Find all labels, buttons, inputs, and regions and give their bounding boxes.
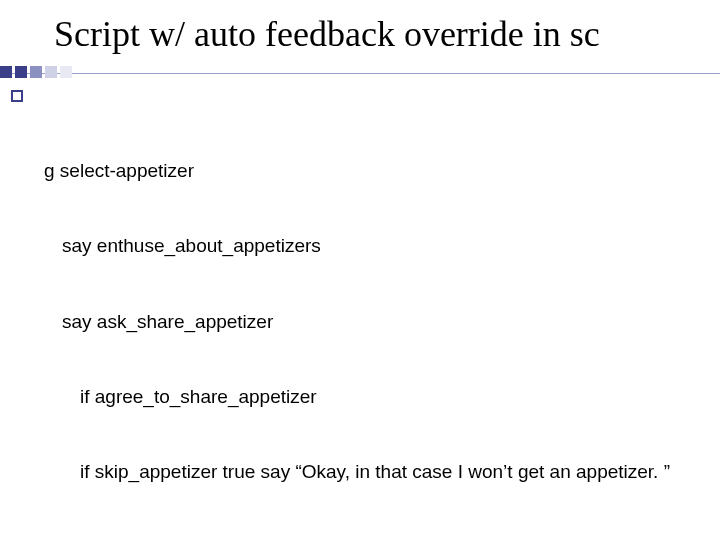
ornament-square: [15, 66, 27, 78]
script-line: if skip_appetizer true say “Okay, in tha…: [44, 459, 696, 484]
ornament-square: [60, 66, 72, 78]
slide-title: Script w/ auto feedback override in sc: [54, 14, 700, 55]
divider-ornament: [0, 66, 72, 78]
ornament-square: [30, 66, 42, 78]
ornament-square: [0, 66, 12, 78]
script-line: say enthuse_about_appetizers: [44, 233, 696, 258]
script-line: say ask_share_appetizer: [44, 309, 696, 334]
title-divider: [0, 73, 720, 77]
bullet-icon: [11, 90, 23, 102]
script-body: g select-appetizer say enthuse_about_app…: [44, 108, 696, 540]
divider-line: [0, 73, 720, 74]
ornament-square: [45, 66, 57, 78]
script-line: if agree_to_share_appetizer: [44, 384, 696, 409]
script-line: g select-appetizer: [44, 158, 696, 183]
script-line: do “abort ask-soup”: [44, 534, 696, 540]
